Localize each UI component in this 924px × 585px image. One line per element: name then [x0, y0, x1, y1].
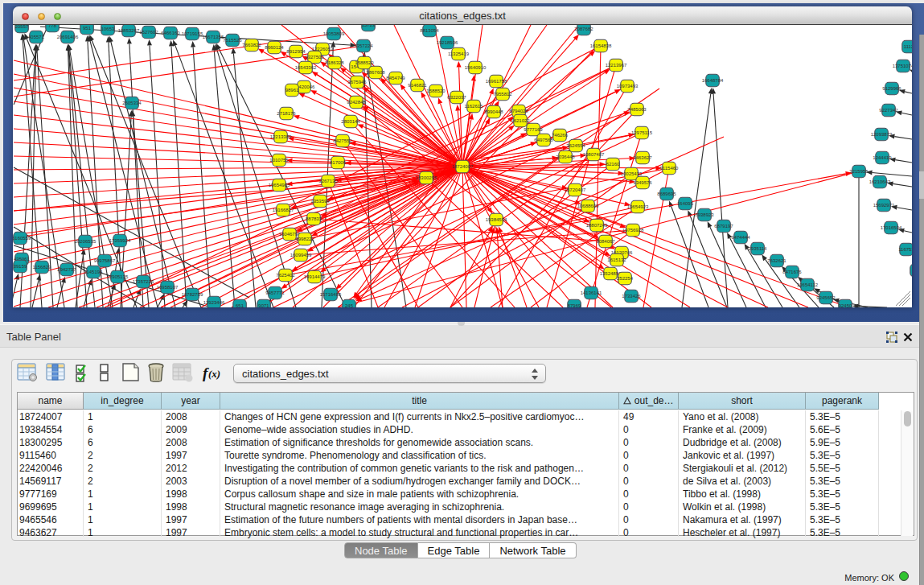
svg-text:10973493: 10973493	[617, 84, 639, 89]
svg-text:9084067: 9084067	[596, 239, 615, 244]
svg-text:2605334: 2605334	[122, 101, 142, 105]
svg-text:1112: 1112	[904, 44, 912, 49]
svg-text:20691406: 20691406	[57, 35, 79, 39]
svg-text:2942737: 2942737	[57, 267, 76, 272]
svg-text:9327503: 9327503	[305, 55, 324, 60]
svg-text:6497568: 6497568	[534, 138, 553, 142]
svg-text:19166827: 19166827	[273, 208, 294, 212]
svg-text:6322037: 6322037	[447, 95, 466, 100]
svg-text:26160559: 26160559	[13, 236, 31, 241]
svg-text:417006: 417006	[330, 160, 347, 165]
svg-text:18300295: 18300295	[416, 175, 437, 180]
svg-text:10653: 10653	[101, 27, 115, 31]
svg-text:1527602: 1527602	[139, 30, 158, 35]
svg-text:12093873: 12093873	[871, 132, 893, 137]
svg-text:8660124: 8660124	[265, 45, 284, 50]
svg-text:16961758: 16961758	[486, 79, 507, 84]
svg-text:16671355: 16671355	[203, 35, 224, 39]
svg-text:1588520: 1588520	[426, 89, 446, 93]
svg-text:746266: 746266	[552, 133, 569, 138]
svg-text:39159: 39159	[14, 264, 27, 269]
svg-text:2718176: 2718176	[277, 111, 296, 116]
svg-text:10958107: 10958107	[157, 285, 179, 290]
svg-text:1588520: 1588520	[355, 60, 374, 65]
svg-text:1353594: 1353594	[310, 199, 330, 204]
svg-text:9457771: 9457771	[265, 290, 285, 295]
svg-text:8471676: 8471676	[782, 270, 802, 274]
svg-text:16782759: 16782759	[182, 292, 203, 297]
svg-text:62160: 62160	[606, 162, 620, 167]
svg-text:7955812: 7955812	[493, 92, 512, 97]
svg-text:10688609: 10688609	[577, 204, 599, 208]
svg-text:10853267: 10853267	[118, 28, 140, 33]
svg-text:7625402: 7625402	[276, 273, 295, 278]
svg-text:16154838: 16154838	[590, 43, 612, 48]
svg-text:9242848: 9242848	[347, 100, 366, 105]
svg-text:9129966: 9129966	[882, 86, 901, 91]
svg-text:3675945: 3675945	[347, 80, 367, 84]
svg-text:7663822: 7663822	[242, 43, 261, 47]
svg-text:16210643: 16210643	[869, 179, 891, 184]
svg-text:6466160: 6466160	[161, 31, 180, 35]
svg-text:8186328: 8186328	[325, 60, 344, 65]
svg-text:19384554: 19384554	[486, 217, 507, 222]
svg-text:9227342: 9227342	[879, 108, 898, 113]
svg-text:19756928: 19756928	[622, 228, 644, 233]
svg-text:18724007: 18724007	[452, 164, 474, 169]
svg-text:116753: 116753	[898, 247, 912, 252]
svg-text:99975867: 99975867	[94, 258, 116, 263]
svg-text:3215955: 3215955	[849, 169, 869, 174]
svg-text:9463627: 9463627	[633, 155, 652, 160]
svg-text:16543362: 16543362	[295, 65, 317, 70]
svg-text:87969: 87969	[568, 303, 581, 307]
svg-text:18807249: 18807249	[586, 223, 608, 228]
svg-text:2867608: 2867608	[366, 70, 385, 75]
svg-text:14914479: 14914479	[304, 274, 326, 279]
svg-text:12905135: 12905135	[107, 274, 129, 279]
svg-text:8427552: 8427552	[333, 138, 352, 143]
svg-text:20557: 20557	[15, 25, 29, 29]
svg-text:20206535: 20206535	[75, 239, 97, 244]
svg-text:7485063: 7485063	[627, 107, 647, 112]
svg-text:17359924: 17359924	[109, 238, 131, 243]
svg-text:98961: 98961	[285, 88, 299, 93]
svg-text:4998222: 4998222	[295, 237, 314, 241]
svg-text:92450: 92450	[839, 303, 852, 307]
svg-text:10807487: 10807487	[583, 152, 605, 157]
svg-text:19654985: 19654985	[269, 183, 290, 187]
svg-text:778: 778	[48, 25, 57, 28]
svg-text:245: 245	[345, 303, 354, 307]
svg-text:8938923: 8938923	[695, 212, 714, 217]
svg-text:10654112: 10654112	[797, 282, 819, 287]
svg-text:1615132: 1615132	[607, 257, 626, 262]
svg-text:7632621: 7632621	[767, 258, 786, 263]
svg-text:1621022: 1621022	[511, 118, 530, 123]
svg-text:13751074: 13751074	[893, 64, 912, 68]
svg-text:15716485: 15716485	[320, 292, 342, 297]
svg-text:8813054: 8813054	[420, 28, 439, 33]
svg-text:1145194: 1145194	[84, 270, 104, 274]
svg-text:1349576: 1349576	[633, 180, 652, 185]
svg-text:10025433: 10025433	[621, 171, 643, 176]
svg-text:2087682: 2087682	[574, 27, 593, 31]
svg-text:6794028: 6794028	[509, 109, 528, 113]
svg-text:164095: 164095	[677, 201, 694, 206]
svg-text:15723: 15723	[362, 25, 376, 27]
svg-text:252254: 252254	[617, 276, 634, 281]
svg-text:12923446: 12923446	[203, 300, 225, 305]
svg-text:1244419: 1244419	[873, 155, 892, 160]
svg-text:3624554: 3624554	[566, 143, 585, 148]
svg-text:9245652: 9245652	[816, 295, 836, 300]
svg-text:9115460: 9115460	[660, 166, 680, 171]
svg-text:11325419: 11325419	[448, 51, 470, 56]
svg-text:9146821: 9146821	[408, 83, 427, 88]
svg-text:12213967: 12213967	[606, 63, 627, 68]
svg-text:10719155: 10719155	[182, 31, 203, 36]
svg-text:1010755: 1010755	[269, 158, 289, 163]
svg-text:(x): (x)	[208, 368, 220, 380]
svg-text:8454749: 8454749	[386, 76, 405, 80]
svg-text:651: 651	[236, 303, 244, 307]
svg-text:887833: 887833	[306, 216, 322, 221]
svg-text:8912954: 8912954	[286, 49, 306, 54]
svg-text:19654923: 19654923	[627, 204, 649, 209]
